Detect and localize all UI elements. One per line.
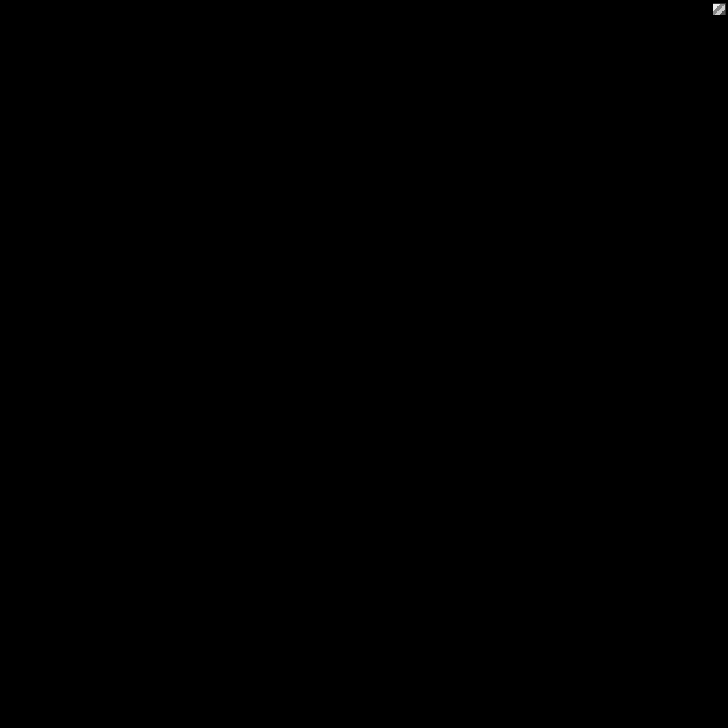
ring-100nmi xyxy=(74,68,662,657)
nc-sc-border xyxy=(0,395,121,524)
footer-rule-top xyxy=(0,709,728,709)
pungo-river-path xyxy=(414,201,437,243)
pamlico-shore-path xyxy=(322,183,519,383)
county-lines-red xyxy=(0,0,437,558)
cod-logo-icon xyxy=(713,4,725,15)
alligator-river-path xyxy=(479,128,492,233)
highways-yellow xyxy=(0,0,380,485)
footer-rule-bottom xyxy=(0,726,728,726)
county-lines-green xyxy=(0,0,453,534)
state-borders xyxy=(0,46,473,524)
outer-coast-path xyxy=(0,3,565,582)
colorbar-segments xyxy=(705,70,721,641)
range-rings xyxy=(74,68,662,657)
radar-map xyxy=(0,0,728,728)
ring-50nmi xyxy=(221,215,515,510)
coastline xyxy=(0,3,565,582)
radar-screen: { "header": { "brand": "NEXLAB-College o… xyxy=(0,0,728,728)
albemarle-sound-path xyxy=(354,113,519,183)
